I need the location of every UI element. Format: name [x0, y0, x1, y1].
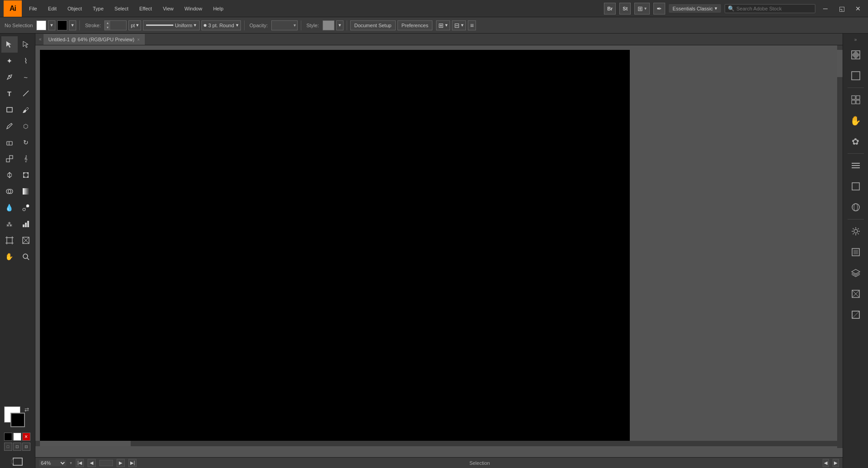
restore-button[interactable]: ◱ [835, 4, 848, 14]
touch-panel-button[interactable]: ✋ [846, 111, 866, 131]
line-tool-button[interactable] [18, 85, 34, 102]
canvas-panel-button[interactable] [846, 242, 866, 262]
column-graph-tool-button[interactable] [18, 216, 34, 232]
tab-close-button[interactable]: × [137, 37, 140, 42]
panels-collapse-button[interactable]: » [853, 35, 859, 44]
fill-swatch[interactable] [36, 20, 46, 30]
layout-button[interactable]: ⊟ ▾ [452, 20, 466, 30]
black-mode-button[interactable] [4, 433, 12, 441]
rect-tool-button[interactable] [1, 102, 18, 118]
swap-colors-icon[interactable]: ⇄ [25, 406, 29, 413]
prev-page-button[interactable]: ◀ [88, 459, 96, 467]
eyedropper-tool-button[interactable]: 💧 [1, 200, 18, 216]
menu-object[interactable]: Object [64, 4, 86, 13]
shaper-tool-button[interactable]: ⬡ [18, 118, 34, 134]
export-panel-button[interactable] [846, 284, 866, 304]
fill-panel-button[interactable] [846, 45, 866, 65]
scroll-right-button[interactable]: ▶ [833, 459, 839, 467]
arrange-icon-button[interactable]: ⊞ ▾ [436, 20, 450, 30]
brush-selector[interactable]: 3 pt. Round ▾ [201, 20, 241, 30]
grid-panel-button[interactable] [846, 90, 866, 110]
stroke-color-swatch[interactable] [10, 413, 25, 427]
stroke-down-button[interactable]: ▼ [105, 25, 110, 30]
stroke-spin[interactable]: ▲ ▼ [105, 21, 110, 30]
magic-wand-tool-button[interactable]: ✦ [1, 53, 18, 69]
scale-tool-button[interactable] [1, 151, 18, 167]
paintbrush-tool-button[interactable]: 🖌 [18, 102, 34, 118]
style-dropdown[interactable]: ▾ [336, 20, 343, 30]
menu-edit[interactable]: Edit [44, 4, 60, 13]
menu-window[interactable]: Window [181, 4, 206, 13]
stroke-dropdown[interactable]: ▾ [69, 20, 76, 30]
first-page-button[interactable]: |◀ [76, 459, 84, 467]
shape-builder-tool-button[interactable] [1, 183, 18, 200]
next-page-button[interactable]: ▶ [117, 459, 125, 467]
menu-type[interactable]: Type [89, 4, 108, 13]
layers-panel-button[interactable] [846, 263, 866, 283]
direct-selection-tool-button[interactable] [18, 36, 34, 53]
draw-behind-button[interactable]: ⊟ [22, 443, 30, 451]
white-mode-button[interactable] [13, 433, 21, 441]
bridge-button[interactable]: Br [604, 3, 616, 15]
preferences-button[interactable]: Preferences [397, 20, 432, 30]
menu-file[interactable]: File [25, 4, 41, 13]
tab-collapse-left[interactable]: « [37, 37, 44, 42]
document-tab[interactable]: Untitled-1 @ 64% (RGB/GPU Preview) × [44, 34, 145, 45]
fill-dropdown[interactable]: ▾ [48, 20, 55, 30]
canvas-area[interactable] [35, 45, 843, 457]
align-panel-button[interactable] [846, 156, 866, 176]
none-mode-button[interactable]: × [22, 433, 30, 441]
artboard-canvas[interactable] [40, 50, 630, 444]
warp-tool-button[interactable]: 𝄞 [18, 151, 34, 167]
symbol-sprayer-tool-button[interactable]: ⁂ [1, 216, 18, 232]
scroll-left-button[interactable]: ◀ [823, 459, 829, 467]
stroke-unit-dropdown[interactable]: pt ▾ [128, 20, 141, 30]
menu-view[interactable]: View [159, 4, 177, 13]
vertical-scrollbar[interactable] [837, 45, 843, 448]
menu-help[interactable]: Help [210, 4, 227, 13]
rotate-tool-button[interactable]: ↻ [18, 134, 34, 151]
text-tool-button[interactable]: T [1, 85, 18, 102]
curvature-tool-button[interactable]: ~ [18, 69, 34, 85]
zoom-tool-button[interactable] [18, 249, 34, 265]
transform-panel-button[interactable] [846, 176, 866, 196]
flower-panel-button[interactable]: ✿ [846, 132, 866, 151]
slice-tool-button[interactable] [18, 232, 34, 249]
hand-tool-button[interactable]: ✋ [1, 249, 18, 265]
workspace-selector[interactable]: Essentials Classic ▾ [669, 4, 721, 13]
symbols-panel-button[interactable] [846, 305, 866, 325]
width-tool-button[interactable] [1, 167, 18, 183]
page-input[interactable]: 1 [99, 460, 113, 466]
properties-panel-button[interactable] [846, 66, 866, 86]
stroke-profile-selector[interactable]: Uniform ▾ [143, 20, 200, 30]
lasso-tool-button[interactable]: ⌇ [18, 53, 34, 69]
last-page-button[interactable]: ▶| [128, 459, 137, 467]
selection-tool-button[interactable] [1, 36, 18, 53]
minimize-button[interactable]: ─ [819, 4, 832, 14]
search-stock-input[interactable] [736, 6, 809, 11]
pencil-tool-button[interactable] [1, 118, 18, 134]
style-swatch[interactable] [323, 20, 334, 30]
document-setup-button[interactable]: Document Setup [350, 20, 396, 30]
zoom-select[interactable]: 64% [39, 460, 66, 466]
menu-effect[interactable]: Effect [136, 4, 156, 13]
gradient-tool-button[interactable] [18, 183, 34, 200]
artboard-tool-button[interactable] [1, 232, 18, 249]
horizontal-scrollbar[interactable] [35, 441, 837, 446]
draw-inside-button[interactable]: ⊡ [13, 443, 21, 451]
opacity-input[interactable]: 100% [272, 21, 292, 30]
sunburst-panel-button[interactable] [846, 221, 866, 241]
stroke-swatch[interactable] [57, 20, 67, 30]
grid-view-button[interactable]: ⊞ ▾ [634, 3, 650, 15]
menu-select[interactable]: Select [111, 4, 132, 13]
list-button[interactable]: ≡ [468, 20, 476, 30]
close-button[interactable]: ✕ [852, 4, 864, 14]
stock-button[interactable]: St [619, 3, 631, 15]
stroke-up-button[interactable]: ▲ [105, 21, 110, 25]
pen-tool-button[interactable] [1, 69, 18, 85]
appearance-panel-button[interactable] [846, 197, 866, 217]
draw-normal-button[interactable]: □ [4, 443, 12, 451]
blend-tool-button[interactable] [18, 200, 34, 216]
eraser-tool-button[interactable] [1, 134, 18, 151]
stroke-value-input[interactable]: 1 [110, 21, 126, 30]
